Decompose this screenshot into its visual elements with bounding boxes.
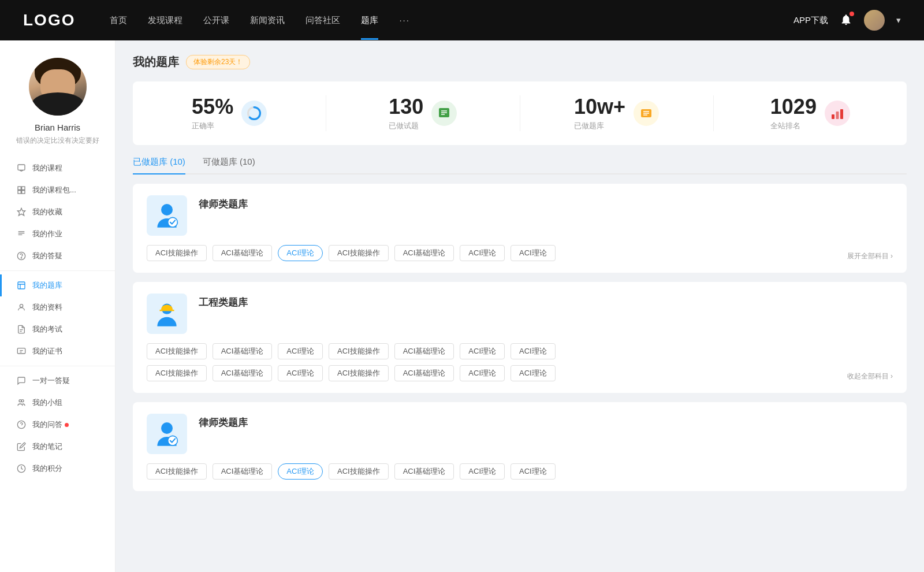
- tag[interactable]: ACI基础理论: [394, 463, 454, 480]
- bank-card-engineer: 工程类题库 ACI技能操作 ACI基础理论 ACI理论 ACI技能操作 ACI基…: [133, 282, 907, 393]
- bank-card-lawyer-1: 律师类题库 ACI技能操作 ACI基础理论 ACI理论 ACI技能操作 ACI基…: [133, 184, 907, 273]
- stat-accuracy: 55% 正确率: [133, 95, 326, 131]
- sidebar-label-courses: 我的课程: [32, 163, 62, 173]
- collapse-btn-engineer[interactable]: 收起全部科目 ›: [847, 372, 893, 381]
- sidebar-label-favorites: 我的收藏: [32, 207, 62, 217]
- tag[interactable]: ACI理论: [511, 365, 556, 381]
- sidebar-item-notes[interactable]: 我的笔记: [0, 436, 115, 458]
- divider-1: [0, 270, 115, 271]
- svg-rect-2: [22, 187, 25, 190]
- courses-icon: [16, 163, 27, 173]
- tag[interactable]: ACI基础理论: [213, 245, 273, 261]
- sidebar-item-favorites[interactable]: 我的收藏: [0, 201, 115, 223]
- sidebar-label-homework: 我的作业: [32, 229, 62, 239]
- trial-badge: 体验剩余23天！: [186, 55, 250, 69]
- nav-news[interactable]: 新闻资讯: [250, 15, 285, 26]
- lawyer-bank-name-2: 律师类题库: [199, 414, 893, 429]
- tag[interactable]: ACI技能操作: [329, 365, 389, 381]
- sidebar-item-1v1[interactable]: 一对一答疑: [0, 370, 115, 392]
- favorites-icon: [16, 207, 27, 217]
- done-banks-icon: [634, 101, 659, 126]
- sidebar-item-exams[interactable]: 我的考试: [0, 318, 115, 340]
- tag[interactable]: ACI理论: [278, 365, 323, 381]
- tag-active[interactable]: ACI理论: [278, 245, 323, 261]
- tag[interactable]: ACI技能操作: [329, 463, 389, 480]
- tag[interactable]: ACI理论: [511, 463, 556, 480]
- tag[interactable]: ACI理论: [460, 463, 505, 480]
- tag[interactable]: ACI技能操作: [147, 365, 207, 381]
- tag-active-2[interactable]: ACI理论: [278, 463, 323, 480]
- user-avatar[interactable]: [864, 10, 885, 31]
- sidebar-item-question-bank[interactable]: 我的题库: [0, 274, 115, 296]
- user-menu-chevron[interactable]: ▾: [896, 15, 901, 25]
- sidebar-user-name: Brian Harris: [35, 122, 80, 132]
- tag[interactable]: ACI理论: [511, 343, 556, 359]
- svg-point-7: [21, 258, 21, 258]
- done-banks-label: 已做题库: [574, 121, 625, 131]
- tag[interactable]: ACI基础理论: [394, 365, 454, 381]
- tag[interactable]: ACI理论: [511, 245, 556, 261]
- tag[interactable]: ACI基础理论: [394, 245, 454, 261]
- main-content: 我的题库 体验剩余23天！ 55% 正确率 130: [116, 40, 924, 572]
- expand-btn-lawyer-1[interactable]: 展开全部科目 ›: [847, 251, 893, 261]
- sidebar-item-my-qa[interactable]: 我的问答: [0, 414, 115, 436]
- nav-qa[interactable]: 问答社区: [305, 15, 340, 26]
- svg-rect-8: [18, 282, 25, 289]
- tag[interactable]: ACI基础理论: [394, 343, 454, 359]
- sidebar-label-course-pkg: 我的课程包...: [32, 185, 76, 195]
- sidebar-item-profile[interactable]: 我的资料: [0, 296, 115, 318]
- tag[interactable]: ACI理论: [460, 245, 505, 261]
- tag[interactable]: ACI基础理论: [213, 463, 273, 480]
- notification-dot: [850, 12, 854, 16]
- svg-rect-22: [840, 109, 843, 119]
- svg-point-9: [20, 304, 23, 307]
- tab-done[interactable]: 已做题库 (10): [133, 157, 185, 173]
- svg-marker-5: [17, 208, 25, 216]
- layout: Brian Harris 错误的决定比没有决定要好 我的课程 我的课程包...: [0, 40, 924, 572]
- tag[interactable]: ACI技能操作: [147, 245, 207, 261]
- done-questions-value: 130: [389, 95, 423, 118]
- nav-question-bank[interactable]: 题库: [361, 15, 378, 26]
- tag[interactable]: ACI技能操作: [329, 343, 389, 359]
- points-icon: [16, 463, 27, 474]
- sidebar-item-homework[interactable]: 我的作业: [0, 223, 115, 245]
- svg-point-26: [161, 422, 173, 434]
- sidebar-item-certs[interactable]: 我的证书: [0, 340, 115, 362]
- notification-bell[interactable]: [840, 13, 852, 28]
- rank-value: 1029: [770, 95, 817, 118]
- sidebar-item-course-pkg[interactable]: 我的课程包...: [0, 179, 115, 201]
- nav-open-course[interactable]: 公开课: [203, 15, 229, 26]
- tag[interactable]: ACI技能操作: [147, 463, 207, 480]
- sidebar-label-my-qa: 我的问答: [32, 419, 62, 430]
- sidebar-label-1v1: 一对一答疑: [32, 376, 70, 386]
- nav-more[interactable]: ···: [399, 15, 410, 26]
- tag[interactable]: ACI基础理论: [213, 343, 273, 359]
- app-download-btn[interactable]: APP下载: [793, 15, 828, 26]
- tag[interactable]: ACI理论: [278, 343, 323, 359]
- svg-rect-20: [832, 114, 834, 119]
- nav-discover[interactable]: 发现课程: [148, 15, 182, 26]
- tag[interactable]: ACI理论: [460, 343, 505, 359]
- sidebar-label-exams: 我的考试: [32, 324, 62, 335]
- notes-icon: [16, 441, 27, 452]
- tag[interactable]: ACI技能操作: [329, 245, 389, 261]
- sidebar-item-courses[interactable]: 我的课程: [0, 157, 115, 179]
- accuracy-value: 55%: [192, 95, 233, 118]
- nav-home[interactable]: 首页: [110, 15, 127, 26]
- sidebar: Brian Harris 错误的决定比没有决定要好 我的课程 我的课程包...: [0, 40, 116, 572]
- tag[interactable]: ACI基础理论: [213, 365, 273, 381]
- qa-notification-dot: [65, 423, 69, 427]
- tab-available[interactable]: 可做题库 (10): [203, 157, 255, 173]
- sidebar-item-qa[interactable]: 我的答疑: [0, 245, 115, 267]
- exams-icon: [16, 324, 27, 335]
- sidebar-label-points: 我的积分: [32, 463, 62, 474]
- svg-rect-10: [17, 348, 25, 354]
- tag[interactable]: ACI技能操作: [147, 343, 207, 359]
- tag[interactable]: ACI理论: [460, 365, 505, 381]
- 1v1-icon: [16, 376, 27, 386]
- sidebar-item-groups[interactable]: 我的小组: [0, 392, 115, 414]
- lawyer-bank-name: 律师类题库: [199, 195, 893, 211]
- nav-links: 首页 发现课程 公开课 新闻资讯 问答社区 题库 ···: [110, 15, 793, 26]
- sidebar-item-points[interactable]: 我的积分: [0, 458, 115, 480]
- sidebar-label-qa: 我的答疑: [32, 251, 62, 261]
